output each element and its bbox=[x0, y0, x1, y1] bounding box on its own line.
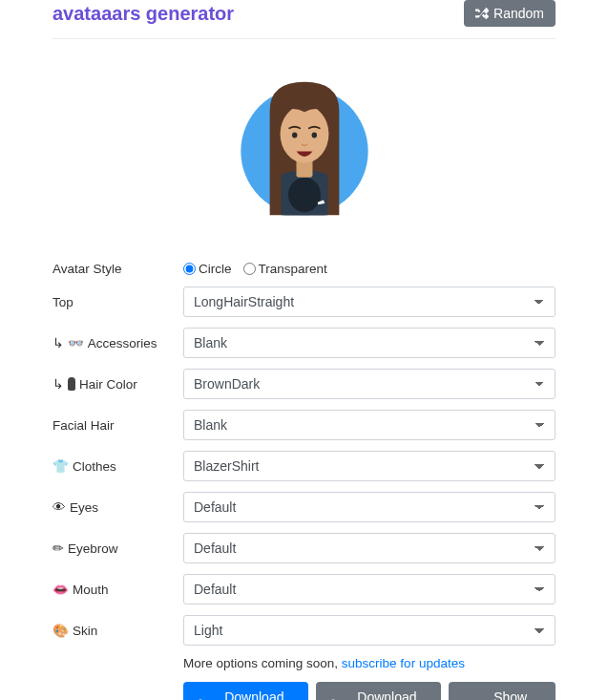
random-button[interactable]: Random bbox=[464, 0, 556, 27]
mouth-label: 👄 Mouth bbox=[52, 582, 183, 597]
mouth-icon: 👄 bbox=[52, 582, 69, 597]
radio-circle-label: Circle bbox=[199, 262, 232, 276]
radio-transparent-label: Transparent bbox=[259, 262, 327, 276]
svg-point-6 bbox=[311, 133, 316, 138]
clothes-label: 👕 Clothes bbox=[52, 458, 183, 474]
download-png-label: Download PNG bbox=[211, 689, 297, 700]
skin-label: 🎨 Skin bbox=[52, 623, 183, 638]
show-react-button[interactable]: Show React bbox=[449, 682, 556, 700]
clothes-icon: 👕 bbox=[52, 458, 69, 474]
clothes-select[interactable]: BlazerShirt bbox=[183, 451, 556, 481]
accessories-label: ↳ 👓 Accessories bbox=[52, 335, 183, 350]
hair-color-icon: ↳ bbox=[52, 376, 64, 392]
download-png-button[interactable]: Download PNG bbox=[183, 682, 308, 700]
mouth-select[interactable]: Default bbox=[183, 574, 556, 605]
skin-select[interactable]: Light bbox=[183, 615, 556, 646]
eyes-select[interactable]: Default bbox=[183, 492, 556, 522]
hair-color-select[interactable]: BrownDark bbox=[183, 369, 556, 399]
show-react-label: Show React bbox=[476, 689, 544, 700]
subscribe-link[interactable]: subscribe for updates bbox=[342, 656, 465, 670]
eyebrow-select[interactable]: Default bbox=[183, 533, 556, 563]
svg-point-5 bbox=[291, 133, 296, 138]
radio-transparent[interactable] bbox=[243, 263, 256, 275]
eyes-label: 👁 Eyes bbox=[52, 500, 183, 515]
page-title: avataaars generator bbox=[52, 3, 234, 25]
avatar-style-label: Avatar Style bbox=[52, 262, 183, 276]
avatar-preview bbox=[52, 39, 556, 262]
more-options-text: More options coming soon, subscribe for … bbox=[183, 656, 556, 670]
download-svg-label: Download SVG bbox=[345, 689, 430, 700]
hair-emoji-icon bbox=[68, 377, 75, 391]
eyebrow-label: ✏ Eyebrow bbox=[52, 541, 183, 556]
download-svg-button[interactable]: Download SVG bbox=[316, 682, 441, 700]
hair-color-label: ↳ Hair Color bbox=[52, 376, 183, 392]
eyes-icon: 👁 bbox=[52, 500, 66, 515]
accessories-select[interactable]: Blank bbox=[183, 328, 556, 358]
radio-circle[interactable] bbox=[183, 263, 196, 275]
random-icon bbox=[475, 7, 489, 20]
avatar-image bbox=[228, 68, 381, 235]
accessories-icon: ↳ 👓 bbox=[52, 335, 84, 350]
facial-hair-label: Facial Hair bbox=[52, 418, 183, 433]
eyebrow-icon: ✏ bbox=[52, 541, 64, 556]
skin-icon: 🎨 bbox=[52, 623, 69, 638]
random-button-label: Random bbox=[493, 6, 544, 21]
svg-point-2 bbox=[288, 178, 321, 212]
top-label: Top bbox=[52, 295, 183, 309]
avatar-style-transparent[interactable]: Transparent bbox=[243, 262, 327, 276]
avatar-style-circle[interactable]: Circle bbox=[183, 262, 232, 276]
facial-hair-select[interactable]: Blank bbox=[183, 410, 556, 440]
top-select[interactable]: LongHairStraight bbox=[183, 286, 556, 317]
